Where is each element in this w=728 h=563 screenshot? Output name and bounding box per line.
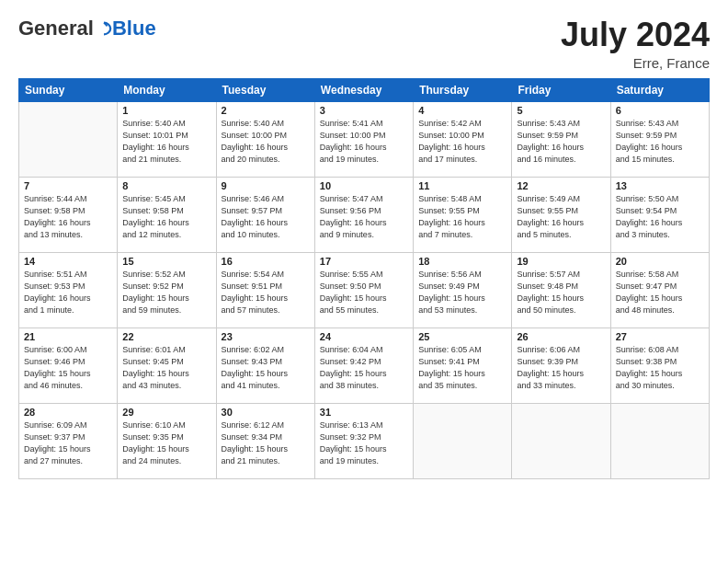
day-info: Sunrise: 5:40 AM Sunset: 10:01 PM Daylig… bbox=[122, 118, 210, 166]
week-row-3: 21Sunrise: 6:00 AM Sunset: 9:46 PM Dayli… bbox=[19, 327, 710, 403]
col-header-friday: Friday bbox=[512, 78, 610, 101]
title-block: July 2024 Erre, France bbox=[561, 17, 710, 71]
day-info: Sunrise: 5:51 AM Sunset: 9:53 PM Dayligh… bbox=[24, 269, 112, 316]
calendar-table: SundayMondayTuesdayWednesdayThursdayFrid… bbox=[18, 78, 710, 479]
day-cell: 26Sunrise: 6:06 AM Sunset: 9:39 PM Dayli… bbox=[512, 327, 610, 403]
day-info: Sunrise: 5:57 AM Sunset: 9:48 PM Dayligh… bbox=[517, 269, 605, 316]
day-number: 29 bbox=[122, 407, 210, 418]
day-number: 4 bbox=[418, 105, 506, 116]
day-number: 7 bbox=[24, 180, 112, 191]
day-info: Sunrise: 5:49 AM Sunset: 9:55 PM Dayligh… bbox=[517, 193, 605, 241]
day-number: 8 bbox=[122, 180, 210, 191]
day-number: 3 bbox=[320, 105, 408, 116]
day-info: Sunrise: 5:43 AM Sunset: 9:59 PM Dayligh… bbox=[616, 118, 704, 166]
day-info: Sunrise: 6:02 AM Sunset: 9:43 PM Dayligh… bbox=[222, 344, 310, 392]
day-number: 20 bbox=[616, 256, 704, 267]
day-cell: 1Sunrise: 5:40 AM Sunset: 10:01 PM Dayli… bbox=[118, 101, 216, 177]
day-cell: 6Sunrise: 5:43 AM Sunset: 9:59 PM Daylig… bbox=[610, 101, 709, 177]
day-number: 23 bbox=[222, 331, 310, 342]
day-cell: 31Sunrise: 6:13 AM Sunset: 9:32 PM Dayli… bbox=[314, 403, 413, 478]
header: General Blue July 2024 Erre, France bbox=[18, 17, 710, 71]
day-cell: 19Sunrise: 5:57 AM Sunset: 9:48 PM Dayli… bbox=[512, 252, 610, 327]
day-cell: 8Sunrise: 5:45 AM Sunset: 9:58 PM Daylig… bbox=[118, 177, 216, 252]
day-number: 17 bbox=[320, 256, 408, 267]
day-info: Sunrise: 5:56 AM Sunset: 9:49 PM Dayligh… bbox=[418, 269, 506, 316]
day-info: Sunrise: 6:13 AM Sunset: 9:32 PM Dayligh… bbox=[320, 419, 408, 467]
day-info: Sunrise: 6:00 AM Sunset: 9:46 PM Dayligh… bbox=[24, 344, 112, 392]
day-number: 14 bbox=[24, 256, 112, 267]
day-cell: 5Sunrise: 5:43 AM Sunset: 9:59 PM Daylig… bbox=[512, 101, 610, 177]
col-header-thursday: Thursday bbox=[414, 78, 512, 101]
day-cell: 27Sunrise: 6:08 AM Sunset: 9:38 PM Dayli… bbox=[610, 327, 709, 403]
day-cell: 28Sunrise: 6:09 AM Sunset: 9:37 PM Dayli… bbox=[19, 403, 118, 478]
logo-general: General bbox=[18, 17, 94, 40]
day-cell bbox=[610, 403, 709, 478]
day-number: 11 bbox=[418, 180, 506, 191]
week-row-4: 28Sunrise: 6:09 AM Sunset: 9:37 PM Dayli… bbox=[19, 403, 710, 478]
day-cell: 9Sunrise: 5:46 AM Sunset: 9:57 PM Daylig… bbox=[216, 177, 314, 252]
day-number: 27 bbox=[616, 331, 704, 342]
day-number: 25 bbox=[418, 331, 506, 342]
day-info: Sunrise: 5:41 AM Sunset: 10:00 PM Daylig… bbox=[320, 118, 408, 166]
day-number: 9 bbox=[222, 180, 310, 191]
day-info: Sunrise: 5:44 AM Sunset: 9:58 PM Dayligh… bbox=[24, 193, 112, 241]
day-number: 26 bbox=[517, 331, 605, 342]
day-number: 22 bbox=[122, 331, 210, 342]
day-number: 15 bbox=[122, 256, 210, 267]
day-info: Sunrise: 5:52 AM Sunset: 9:52 PM Dayligh… bbox=[122, 269, 210, 316]
day-cell: 14Sunrise: 5:51 AM Sunset: 9:53 PM Dayli… bbox=[19, 252, 118, 327]
day-number: 16 bbox=[222, 256, 310, 267]
day-number: 19 bbox=[517, 256, 605, 267]
day-cell: 17Sunrise: 5:55 AM Sunset: 9:50 PM Dayli… bbox=[314, 252, 413, 327]
day-info: Sunrise: 6:01 AM Sunset: 9:45 PM Dayligh… bbox=[122, 344, 210, 392]
day-info: Sunrise: 5:46 AM Sunset: 9:57 PM Dayligh… bbox=[222, 193, 310, 241]
day-info: Sunrise: 5:48 AM Sunset: 9:55 PM Dayligh… bbox=[418, 193, 506, 241]
col-header-wednesday: Wednesday bbox=[314, 78, 413, 101]
day-info: Sunrise: 5:50 AM Sunset: 9:54 PM Dayligh… bbox=[616, 193, 704, 241]
col-header-saturday: Saturday bbox=[610, 78, 709, 101]
day-number: 6 bbox=[616, 105, 704, 116]
day-cell: 20Sunrise: 5:58 AM Sunset: 9:47 PM Dayli… bbox=[610, 252, 709, 327]
day-number: 28 bbox=[24, 407, 112, 418]
page: General Blue July 2024 Erre, France Sund… bbox=[0, 0, 728, 563]
logo: General Blue bbox=[18, 17, 156, 40]
day-info: Sunrise: 5:43 AM Sunset: 9:59 PM Dayligh… bbox=[517, 118, 605, 166]
day-cell: 10Sunrise: 5:47 AM Sunset: 9:56 PM Dayli… bbox=[314, 177, 413, 252]
day-number: 1 bbox=[122, 105, 210, 116]
col-header-tuesday: Tuesday bbox=[216, 78, 314, 101]
day-info: Sunrise: 5:55 AM Sunset: 9:50 PM Dayligh… bbox=[320, 269, 408, 316]
logo-text: General Blue bbox=[18, 17, 156, 40]
day-info: Sunrise: 6:10 AM Sunset: 9:35 PM Dayligh… bbox=[122, 419, 210, 467]
day-cell bbox=[414, 403, 512, 478]
day-info: Sunrise: 6:12 AM Sunset: 9:34 PM Dayligh… bbox=[222, 419, 310, 467]
day-info: Sunrise: 6:08 AM Sunset: 9:38 PM Dayligh… bbox=[616, 344, 704, 392]
day-number: 18 bbox=[418, 256, 506, 267]
day-info: Sunrise: 5:40 AM Sunset: 10:00 PM Daylig… bbox=[222, 118, 310, 166]
week-row-0: 1Sunrise: 5:40 AM Sunset: 10:01 PM Dayli… bbox=[19, 101, 710, 177]
day-number: 24 bbox=[320, 331, 408, 342]
day-cell: 3Sunrise: 5:41 AM Sunset: 10:00 PM Dayli… bbox=[314, 101, 413, 177]
day-info: Sunrise: 5:58 AM Sunset: 9:47 PM Dayligh… bbox=[616, 269, 704, 316]
day-cell: 13Sunrise: 5:50 AM Sunset: 9:54 PM Dayli… bbox=[610, 177, 709, 252]
week-row-1: 7Sunrise: 5:44 AM Sunset: 9:58 PM Daylig… bbox=[19, 177, 710, 252]
day-info: Sunrise: 5:47 AM Sunset: 9:56 PM Dayligh… bbox=[320, 193, 408, 241]
day-cell bbox=[19, 101, 118, 177]
day-number: 13 bbox=[616, 180, 704, 191]
day-cell: 15Sunrise: 5:52 AM Sunset: 9:52 PM Dayli… bbox=[118, 252, 216, 327]
day-cell: 2Sunrise: 5:40 AM Sunset: 10:00 PM Dayli… bbox=[216, 101, 314, 177]
day-cell: 25Sunrise: 6:05 AM Sunset: 9:41 PM Dayli… bbox=[414, 327, 512, 403]
day-number: 12 bbox=[517, 180, 605, 191]
day-info: Sunrise: 6:04 AM Sunset: 9:42 PM Dayligh… bbox=[320, 344, 408, 392]
day-cell: 11Sunrise: 5:48 AM Sunset: 9:55 PM Dayli… bbox=[414, 177, 512, 252]
day-cell: 4Sunrise: 5:42 AM Sunset: 10:00 PM Dayli… bbox=[414, 101, 512, 177]
day-info: Sunrise: 6:09 AM Sunset: 9:37 PM Dayligh… bbox=[24, 419, 112, 467]
day-number: 2 bbox=[222, 105, 310, 116]
day-cell: 21Sunrise: 6:00 AM Sunset: 9:46 PM Dayli… bbox=[19, 327, 118, 403]
day-number: 21 bbox=[24, 331, 112, 342]
logo-icon bbox=[96, 20, 112, 37]
month-title: July 2024 bbox=[561, 17, 710, 53]
day-cell: 7Sunrise: 5:44 AM Sunset: 9:58 PM Daylig… bbox=[19, 177, 118, 252]
col-header-sunday: Sunday bbox=[19, 78, 118, 101]
day-info: Sunrise: 5:54 AM Sunset: 9:51 PM Dayligh… bbox=[222, 269, 310, 316]
day-cell: 24Sunrise: 6:04 AM Sunset: 9:42 PM Dayli… bbox=[314, 327, 413, 403]
